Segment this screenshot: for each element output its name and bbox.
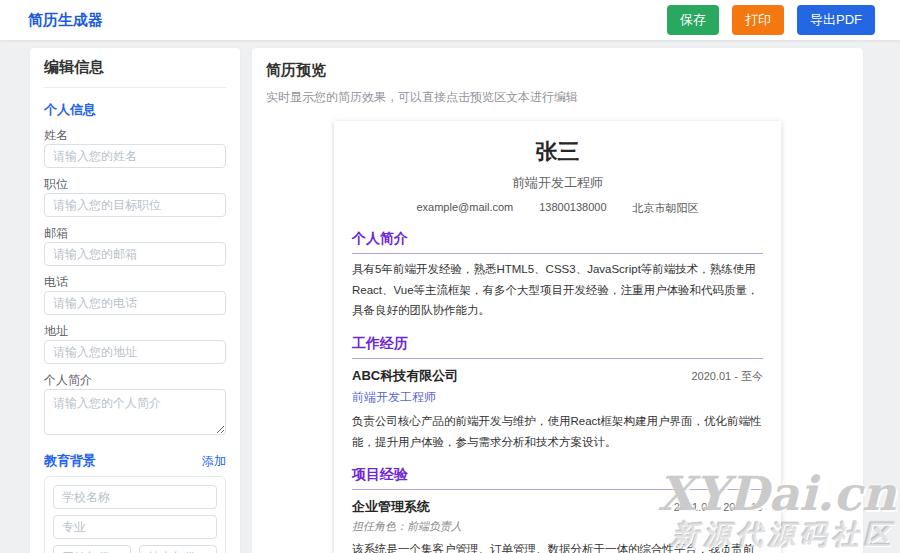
project-role[interactable]: 担任角色：前端负责人 — [352, 519, 763, 534]
summary-section: 个人简介 具有5年前端开发经验，熟悉HTML5、CSS3、JavaScript等… — [352, 230, 763, 321]
job-label: 职位 — [44, 173, 226, 190]
name-input[interactable] — [44, 144, 226, 168]
project-date[interactable]: 2021.03 - 2021.10 — [674, 501, 763, 513]
address-input[interactable] — [44, 340, 226, 364]
project-section-title: 项目经验 — [352, 466, 763, 490]
contact-address[interactable]: 北京市朝阳区 — [633, 201, 699, 216]
email-label: 邮箱 — [44, 222, 226, 239]
editor-panel: 编辑信息 个人信息 姓名 职位 邮箱 电话 地址 个人简介 教育背景 添加 — [30, 48, 240, 553]
school-input[interactable] — [53, 485, 217, 509]
content-area: 编辑信息 个人信息 姓名 职位 邮箱 电话 地址 个人简介 教育背景 添加 — [0, 40, 900, 553]
work-company[interactable]: ABC科技有限公司 — [352, 367, 458, 385]
phone-input[interactable] — [44, 291, 226, 315]
work-role[interactable]: 前端开发工程师 — [352, 389, 763, 406]
work-description[interactable]: 负责公司核心产品的前端开发与维护，使用React框架构建用户界面，优化前端性能，… — [352, 411, 763, 452]
resume-contacts: example@mail.com 13800138000 北京市朝阳区 — [352, 201, 763, 216]
app-title: 简历生成器 — [28, 11, 103, 30]
bio-textarea[interactable] — [44, 389, 226, 435]
work-experience-section: 工作经历 ABC科技有限公司 2020.01 - 至今 前端开发工程师 负责公司… — [352, 335, 763, 452]
preview-panel: 简历预览 实时显示您的简历效果，可以直接点击预览区文本进行编辑 张三 前端开发工… — [252, 48, 863, 553]
resume-paper: 张三 前端开发工程师 example@mail.com 13800138000 … — [334, 121, 781, 553]
bio-label: 个人简介 — [44, 369, 226, 386]
summary-text[interactable]: 具有5年前端开发经验，熟悉HTML5、CSS3、JavaScript等前端技术，… — [352, 259, 763, 321]
summary-section-title: 个人简介 — [352, 230, 763, 254]
preview-title: 简历预览 — [266, 61, 849, 80]
preview-subtitle: 实时显示您的简历效果，可以直接点击预览区文本进行编辑 — [266, 89, 849, 106]
address-label: 地址 — [44, 320, 226, 337]
resume-name[interactable]: 张三 — [352, 137, 763, 167]
name-label: 姓名 — [44, 124, 226, 141]
phone-label: 电话 — [44, 271, 226, 288]
project-name[interactable]: 企业管理系统 — [352, 498, 430, 516]
export-pdf-button[interactable]: 导出PDF — [797, 5, 875, 35]
education-entry-card — [44, 476, 226, 553]
contact-email[interactable]: example@mail.com — [416, 201, 513, 216]
save-button[interactable]: 保存 — [667, 5, 719, 35]
major-input[interactable] — [53, 515, 217, 539]
email-input[interactable] — [44, 242, 226, 266]
print-button[interactable]: 打印 — [732, 5, 784, 35]
resume-job-title[interactable]: 前端开发工程师 — [352, 174, 763, 192]
work-date[interactable]: 2020.01 - 至今 — [691, 369, 763, 384]
app-header: 简历生成器 保存 打印 导出PDF — [0, 0, 900, 40]
personal-info-section-title: 个人信息 — [44, 101, 96, 119]
editor-title: 编辑信息 — [44, 58, 226, 88]
work-experience-title: 工作经历 — [352, 335, 763, 359]
end-year-input[interactable] — [139, 545, 217, 553]
start-year-input[interactable] — [53, 545, 131, 553]
project-section: 项目经验 企业管理系统 2021.03 - 2021.10 担任角色：前端负责人… — [352, 466, 763, 553]
job-input[interactable] — [44, 193, 226, 217]
project-description[interactable]: 该系统是一个集客户管理、订单管理、数据分析于一体的综合性平台，我负责前端架构设计… — [352, 539, 763, 553]
contact-phone[interactable]: 13800138000 — [539, 201, 606, 216]
education-section-title: 教育背景 — [44, 452, 96, 470]
add-education-link[interactable]: 添加 — [202, 453, 226, 470]
toolbar: 保存 打印 导出PDF — [667, 5, 875, 35]
